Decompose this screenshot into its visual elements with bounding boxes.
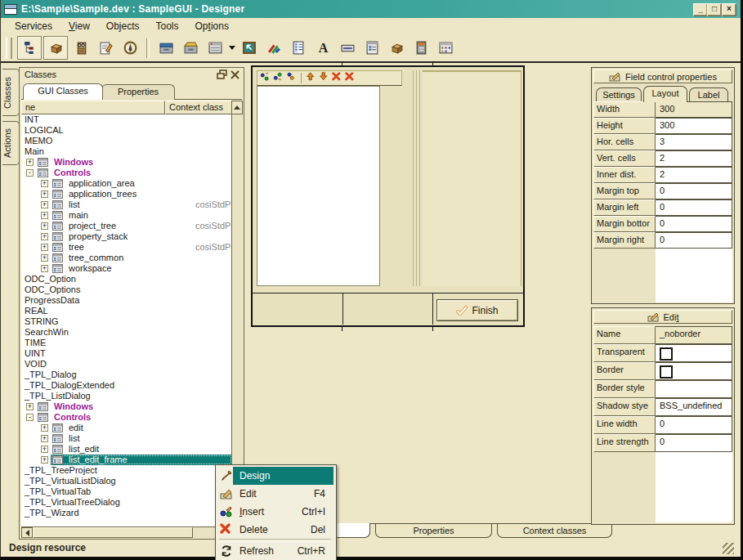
finish-button[interactable]: Finish bbox=[436, 299, 518, 321]
designed-splitter[interactable] bbox=[413, 70, 421, 286]
tree-item-list[interactable]: +list bbox=[21, 433, 232, 444]
checkbox-unchecked[interactable] bbox=[660, 365, 673, 379]
library-book-button[interactable] bbox=[69, 37, 92, 59]
compass-button[interactable] bbox=[119, 37, 141, 59]
side-tab-actions[interactable]: Actions bbox=[2, 121, 20, 165]
close-button[interactable]: × bbox=[722, 3, 736, 16]
property-value[interactable] bbox=[656, 380, 732, 398]
tree-item-string[interactable]: STRING bbox=[21, 316, 232, 327]
context-menu-delete[interactable]: DeleteDel bbox=[217, 521, 333, 539]
close-panel-icon[interactable] bbox=[230, 69, 240, 80]
classes-tab-properties[interactable]: Properties bbox=[101, 84, 175, 100]
design-canvas[interactable]: Finish bbox=[251, 65, 525, 327]
checkbox-unchecked[interactable] bbox=[660, 347, 673, 361]
tree-item-odc_options[interactable]: ODC_Options bbox=[21, 284, 232, 295]
context-menu-edit[interactable]: EditF4 bbox=[217, 485, 333, 503]
property-tab-label[interactable]: Label bbox=[689, 87, 728, 101]
tree-item-workspace[interactable]: +workspace bbox=[21, 263, 232, 274]
float-panel-icon[interactable] bbox=[217, 69, 227, 80]
tree-item-progressdata[interactable]: ProgressData bbox=[21, 295, 232, 306]
property-value[interactable]: _noborder bbox=[656, 326, 732, 344]
tree-item-list[interactable]: +listcosiStdProjec... bbox=[21, 199, 232, 210]
menu-services[interactable]: Services bbox=[7, 19, 60, 34]
tree-item-memo[interactable]: MEMO bbox=[21, 136, 232, 146]
tree-item-_tpl_wizard[interactable]: _TPL_Wizard bbox=[21, 508, 232, 518]
expand-icon[interactable]: + bbox=[41, 254, 48, 262]
property-value[interactable]: 3 bbox=[656, 134, 732, 150]
property-value[interactable]: 0 bbox=[656, 183, 732, 199]
property-tab-layout[interactable]: Layout bbox=[643, 86, 687, 102]
scrollbar-thumb[interactable] bbox=[33, 527, 193, 538]
edit-header[interactable]: Edit bbox=[593, 310, 732, 324]
tree-item-searchwin[interactable]: SearchWin bbox=[21, 327, 232, 338]
context-menu-refresh[interactable]: RefreshCtrl+R bbox=[217, 542, 333, 560]
tree-item-tree_common[interactable]: +tree_common bbox=[21, 253, 232, 263]
expand-icon[interactable]: + bbox=[41, 435, 48, 442]
tree-item-windows[interactable]: +Windows bbox=[21, 157, 232, 168]
property-value[interactable]: 2 bbox=[656, 167, 732, 183]
expand-icon[interactable]: + bbox=[41, 233, 48, 240]
tree-item-application_trees[interactable]: +application_trees bbox=[21, 189, 232, 199]
tree-item-controls[interactable]: -Controls bbox=[21, 168, 232, 178]
expand-icon[interactable]: + bbox=[41, 265, 48, 272]
tree-item-property_stack[interactable]: +property_stack bbox=[21, 231, 232, 242]
dropdown-caret-icon[interactable] bbox=[227, 37, 237, 59]
tree-item-logical[interactable]: LOGICAL bbox=[21, 125, 232, 136]
expand-icon[interactable]: + bbox=[41, 222, 48, 230]
form-grid-button[interactable] bbox=[360, 37, 383, 59]
tree-item-real[interactable]: REAL bbox=[21, 306, 232, 316]
expand-icon[interactable]: + bbox=[26, 159, 34, 166]
column-header-context-class[interactable]: Context class bbox=[165, 101, 232, 114]
move-up-button[interactable] bbox=[306, 72, 316, 84]
context-menu-insert[interactable]: InsertCtrl+I bbox=[217, 503, 333, 521]
menu-options[interactable]: Options bbox=[188, 19, 236, 34]
tree-item-windows[interactable]: +Windows bbox=[21, 401, 232, 412]
package-cube-button[interactable] bbox=[385, 37, 408, 59]
menu-objects[interactable]: Objects bbox=[99, 19, 147, 34]
expand-icon[interactable]: + bbox=[41, 201, 48, 208]
insert-connector-button[interactable] bbox=[260, 72, 271, 84]
delete-all-button[interactable] bbox=[345, 72, 356, 84]
property-tab-settings[interactable]: Settings bbox=[596, 87, 642, 101]
property-value[interactable]: 300 bbox=[656, 118, 732, 134]
expand-icon[interactable]: + bbox=[41, 180, 48, 187]
data-table-button[interactable] bbox=[287, 37, 310, 59]
tree-item-int[interactable]: INT bbox=[21, 114, 232, 125]
tree-item-odc_option[interactable]: ODC_Option bbox=[21, 274, 232, 284]
tree-item-main[interactable]: +main bbox=[21, 210, 232, 221]
delete-button[interactable] bbox=[332, 72, 342, 84]
package-button[interactable] bbox=[43, 36, 68, 60]
tree-item-time[interactable]: TIME bbox=[21, 338, 232, 348]
move-down-button[interactable] bbox=[319, 72, 329, 84]
expand-icon[interactable]: + bbox=[41, 190, 48, 198]
side-tab-classes[interactable]: Classes bbox=[2, 69, 20, 116]
expand-icon[interactable]: + bbox=[41, 456, 48, 464]
property-value[interactable]: 2 bbox=[656, 150, 732, 167]
property-value[interactable]: 0 bbox=[656, 199, 732, 216]
property-value[interactable] bbox=[656, 362, 732, 380]
toolbar-grip[interactable] bbox=[6, 38, 12, 59]
tree-item-edit[interactable]: +edit bbox=[21, 423, 232, 433]
column-header-name[interactable]: ne bbox=[21, 101, 165, 114]
expand-icon[interactable]: + bbox=[26, 403, 34, 410]
drawer-closed-button[interactable] bbox=[154, 37, 177, 59]
tree-item-controls[interactable]: -Controls bbox=[21, 412, 232, 423]
tree-item-_tpl_dialogextended[interactable]: _TPL_DialogExtended bbox=[21, 380, 232, 391]
field-control-properties-header[interactable]: Field control properties bbox=[593, 69, 732, 83]
tree-item-_tpl_listdialog[interactable]: _TPL_ListDialog bbox=[21, 391, 232, 401]
expand-icon[interactable]: + bbox=[41, 244, 48, 251]
font-button[interactable]: A bbox=[311, 37, 334, 59]
tree-item-_tpl_dialog[interactable]: _TPL_Dialog bbox=[21, 370, 232, 380]
property-value[interactable] bbox=[656, 344, 732, 362]
insert-link-button[interactable] bbox=[273, 72, 284, 84]
image-editor-button[interactable] bbox=[238, 37, 261, 59]
expand-icon[interactable]: + bbox=[41, 446, 48, 453]
paint-tools-button[interactable] bbox=[262, 37, 285, 59]
drawer-open-button[interactable] bbox=[179, 37, 202, 59]
class-hierarchy-button[interactable] bbox=[17, 36, 42, 60]
classes-tab-gui-classes[interactable]: GUI Classes bbox=[23, 83, 103, 100]
scroll-left-button[interactable] bbox=[21, 527, 33, 538]
designed-listbox[interactable] bbox=[257, 86, 380, 286]
expand-icon[interactable]: + bbox=[41, 212, 48, 219]
resize-grip[interactable] bbox=[723, 543, 734, 554]
